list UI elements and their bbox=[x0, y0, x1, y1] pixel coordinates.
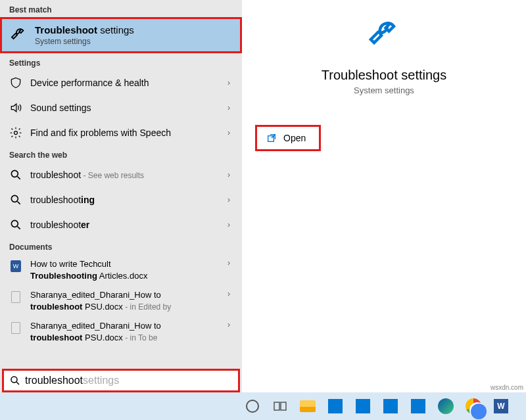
app-icon[interactable] bbox=[409, 397, 427, 415]
file-explorer-icon[interactable] bbox=[299, 397, 317, 415]
web-item-troubleshooting[interactable]: troubleshooting › bbox=[0, 187, 242, 212]
svg-line-2 bbox=[18, 177, 20, 179]
wrench-icon bbox=[9, 26, 28, 45]
svg-line-4 bbox=[18, 202, 20, 204]
search-icon bbox=[9, 218, 22, 231]
detail-subtitle: System settings bbox=[354, 85, 414, 95]
edge-icon[interactable] bbox=[437, 397, 455, 415]
mail-icon[interactable] bbox=[354, 397, 372, 415]
settings-header: Settings bbox=[0, 53, 242, 70]
svg-point-0 bbox=[14, 131, 18, 135]
store-icon[interactable] bbox=[381, 397, 400, 415]
document-item[interactable]: Sharanya_edited_Dharani_How to troublesh… bbox=[0, 316, 242, 347]
chrome-icon[interactable] bbox=[464, 397, 483, 415]
svg-rect-11 bbox=[274, 402, 279, 410]
chevron-right-icon: › bbox=[227, 78, 233, 87]
wrench-icon-large bbox=[364, 16, 404, 56]
task-view-icon[interactable] bbox=[271, 397, 289, 415]
search-suggestion: settings bbox=[83, 375, 119, 386]
settings-item-sound[interactable]: Sound settings › bbox=[0, 95, 242, 120]
web-item-troubleshoot[interactable]: troubleshoot - See web results › bbox=[0, 162, 242, 187]
best-match-header: Best match bbox=[0, 0, 242, 17]
document-item[interactable]: W How to write Techcult Troubleshooting … bbox=[0, 254, 242, 285]
settings-item-speech[interactable]: Find and fix problems with Speech › bbox=[0, 120, 242, 145]
open-icon bbox=[266, 133, 277, 143]
chevron-right-icon: › bbox=[227, 103, 233, 112]
outlook-icon[interactable] bbox=[326, 397, 345, 415]
best-match-subtitle: System settings bbox=[35, 37, 134, 46]
document-item[interactable]: Sharanya_edited_Dharani_How to troublesh… bbox=[0, 285, 242, 316]
shield-icon bbox=[9, 76, 22, 89]
web-item-troubleshooter[interactable]: troubleshooter › bbox=[0, 212, 242, 237]
speaker-icon bbox=[9, 101, 22, 114]
best-match-title: Troubleshoot settings bbox=[35, 24, 134, 35]
svg-line-6 bbox=[18, 227, 20, 229]
search-typed: troubleshoot bbox=[25, 375, 83, 386]
chevron-right-icon: › bbox=[227, 220, 233, 229]
doc-icon bbox=[9, 321, 22, 335]
search-box[interactable]: troubleshoot settings bbox=[2, 369, 240, 392]
chevron-right-icon: › bbox=[227, 128, 233, 137]
watermark: wsxdn.com bbox=[490, 384, 523, 391]
svg-point-3 bbox=[11, 195, 18, 202]
results-panel: Best match Troubleshoot settings System … bbox=[0, 0, 242, 392]
settings-icon bbox=[9, 126, 22, 139]
web-header: Search the web bbox=[0, 145, 242, 162]
chevron-right-icon: › bbox=[227, 320, 233, 329]
search-icon bbox=[9, 168, 22, 181]
best-match-item[interactable]: Troubleshoot settings System settings bbox=[0, 17, 242, 53]
word-icon[interactable]: W bbox=[492, 397, 510, 415]
detail-panel: Troubleshoot settings System settings Op… bbox=[242, 0, 526, 392]
svg-line-9 bbox=[16, 382, 19, 385]
svg-point-5 bbox=[11, 220, 18, 227]
svg-rect-12 bbox=[281, 402, 286, 410]
word-doc-icon: W bbox=[9, 260, 22, 273]
chevron-right-icon: › bbox=[227, 195, 233, 204]
taskbar: W bbox=[0, 392, 526, 420]
chevron-right-icon: › bbox=[227, 258, 233, 268]
documents-header: Documents bbox=[0, 237, 242, 254]
cortana-icon[interactable] bbox=[243, 397, 262, 415]
svg-point-8 bbox=[11, 377, 17, 383]
settings-item-device-performance[interactable]: Device performance & health › bbox=[0, 70, 242, 95]
search-icon bbox=[9, 193, 22, 206]
svg-point-10 bbox=[247, 400, 258, 412]
chevron-right-icon: › bbox=[227, 170, 233, 179]
open-button[interactable]: Open bbox=[255, 125, 321, 151]
search-icon bbox=[9, 375, 21, 386]
svg-point-1 bbox=[11, 170, 18, 177]
doc-icon bbox=[9, 291, 22, 304]
detail-title: Troubleshoot settings bbox=[322, 68, 446, 83]
chevron-right-icon: › bbox=[227, 289, 233, 298]
